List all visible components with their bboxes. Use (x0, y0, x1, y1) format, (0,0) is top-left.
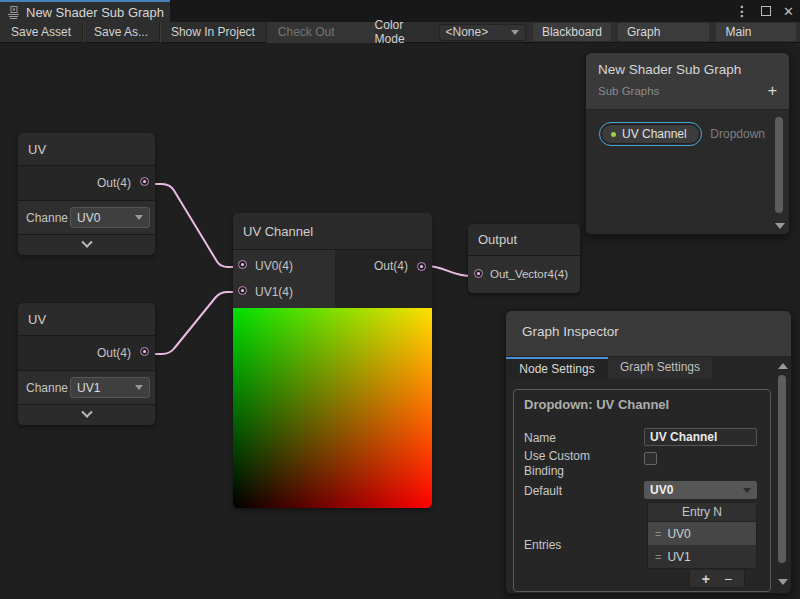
scroll-down-icon[interactable] (775, 223, 785, 229)
tab-graph-settings[interactable]: Graph Settings (608, 357, 712, 379)
default-dropdown[interactable]: UV0 (644, 481, 757, 499)
port-label: UV1(4) (255, 285, 293, 299)
close-icon[interactable]: ✕ (783, 5, 794, 18)
input-port-uv1[interactable] (238, 286, 247, 295)
output-port[interactable] (140, 347, 149, 356)
port-label: Out(4) (97, 336, 131, 371)
check-out-button: Check Out (267, 22, 375, 43)
input-port-row: Out_Vector4(4) (468, 256, 580, 293)
node-uv-top[interactable]: UV Out(4) Channe UV0 (18, 133, 155, 255)
dropdown-settings-section: Dropdown: UV Channel Name Use Custom Bin… (513, 389, 771, 592)
channel-dropdown[interactable]: UV0 (70, 207, 150, 228)
collapse-preview-button[interactable] (18, 235, 155, 255)
node-preview-uv-gradient (233, 308, 432, 508)
input-port[interactable] (474, 269, 483, 278)
blackboard-toggle-button[interactable]: Blackboard (533, 23, 611, 41)
default-value: UV0 (650, 483, 673, 497)
graph-canvas[interactable]: UV Out(4) Channe UV0 UV Out(4) Channe UV… (0, 43, 800, 599)
channel-value: UV0 (77, 211, 100, 225)
color-mode-dropdown[interactable]: <None> (439, 24, 526, 41)
property-pill-uv-channel[interactable]: UV Channel (601, 124, 700, 144)
color-mode-label: Color Mode (375, 18, 432, 46)
blackboard-subtitle: Sub Graphs (598, 85, 659, 97)
scrollbar-thumb[interactable] (778, 375, 786, 563)
save-as-button[interactable]: Save As... (83, 22, 159, 43)
tab-node-settings[interactable]: Node Settings (506, 357, 608, 379)
inspector-tabs: Node Settings Graph Settings (506, 357, 791, 379)
entry-row-uv1[interactable]: = UV1 (648, 545, 756, 568)
tab-title: New Shader Sub Graph (26, 5, 164, 20)
scroll-up-icon[interactable] (778, 363, 788, 369)
entry-row-uv0[interactable]: = UV0 (648, 522, 756, 545)
output-port[interactable] (140, 177, 149, 186)
blackboard-item-row: UV Channel Dropdown (599, 122, 765, 146)
input-port-row: UV0(4) (233, 253, 335, 279)
chevron-down-icon (81, 407, 92, 418)
output-ports-column: Out(4) (335, 250, 432, 308)
blackboard-title: New Shader Sub Graph (598, 62, 777, 77)
blackboard-scrollbar[interactable] (774, 115, 785, 231)
exposed-dot-icon (611, 132, 616, 137)
node-title: UV (18, 133, 155, 166)
color-mode-value: <None> (446, 25, 489, 39)
node-output[interactable]: Output Out_Vector4(4) (468, 224, 580, 293)
scroll-down-icon[interactable] (778, 579, 788, 585)
maximize-icon[interactable] (761, 6, 771, 16)
tab-new-shader-sub-graph[interactable]: New Shader Sub Graph (0, 0, 170, 22)
channel-row: Channe UV1 (18, 371, 155, 405)
scrollbar-thumb[interactable] (775, 117, 783, 213)
property-name: UV Channel (622, 127, 687, 141)
inspector-header: Graph Inspector (506, 311, 791, 357)
entry-value: UV1 (667, 550, 690, 564)
edge-uvtop-to-uv0[interactable] (149, 184, 236, 267)
collapse-preview-button[interactable] (18, 405, 155, 425)
show-in-project-button[interactable]: Show In Project (160, 22, 266, 43)
edge-uvchannel-to-output[interactable] (426, 266, 472, 276)
input-port-row: UV1(4) (233, 279, 335, 305)
name-label: Name (524, 431, 556, 445)
blackboard-panel[interactable]: New Shader Sub Graph Sub Graphs + UV Cha… (585, 52, 790, 235)
input-port-uv0[interactable] (238, 260, 247, 269)
chevron-down-icon (743, 488, 751, 493)
default-label: Default (524, 484, 562, 498)
entries-list: Entry N = UV0 = UV1 (647, 502, 757, 569)
blackboard-header: New Shader Sub Graph Sub Graphs + (586, 53, 789, 110)
drag-handle-icon[interactable]: = (655, 551, 660, 563)
port-label: Out_Vector4(4) (490, 256, 568, 293)
property-type-label: Dropdown (710, 127, 765, 141)
edge-uvbottom-to-uv1[interactable] (149, 292, 236, 354)
node-title: Output (468, 224, 580, 256)
main-preview-toggle-button[interactable]: Main Preview (716, 23, 796, 41)
name-input[interactable] (644, 428, 757, 446)
remove-entry-button[interactable]: − (724, 572, 732, 586)
shader-graph-toolbar: Save Asset Save As... Show In Project Ch… (0, 22, 800, 43)
channel-label: Channe (26, 211, 68, 225)
subgraph-asset-icon (7, 6, 20, 19)
graph-inspector-toggle-button[interactable]: Graph Inspector (618, 23, 709, 41)
use-custom-binding-checkbox[interactable] (644, 452, 657, 465)
node-uv-bottom[interactable]: UV Out(4) Channe UV1 (18, 303, 155, 425)
toolbar-right-group: Color Mode <None> Blackboard Graph Inspe… (375, 18, 800, 46)
inspector-scrollbar[interactable] (777, 361, 788, 589)
port-label: Out(4) (374, 253, 408, 279)
ports-area: UV0(4) UV1(4) Out(4) (233, 250, 432, 308)
save-asset-button[interactable]: Save Asset (0, 22, 82, 43)
add-property-button[interactable]: + (768, 83, 777, 99)
drag-handle-icon[interactable]: = (655, 528, 660, 540)
entries-list-footer: + − (689, 570, 745, 588)
chevron-down-icon (511, 30, 519, 35)
output-port-row: Out(4) (18, 166, 155, 201)
add-entry-button[interactable]: + (702, 572, 710, 586)
chevron-down-icon (135, 385, 143, 390)
node-title: UV (18, 303, 155, 336)
chevron-down-icon (81, 237, 92, 248)
channel-value: UV1 (77, 381, 100, 395)
selected-property-outline: UV Channel (599, 122, 702, 146)
port-label: Out(4) (97, 166, 131, 201)
window-menu-icon[interactable]: ⋮ (735, 4, 749, 18)
graph-inspector-panel[interactable]: Graph Inspector Node Settings Graph Sett… (505, 310, 792, 594)
channel-dropdown[interactable]: UV1 (70, 377, 150, 398)
node-uv-channel[interactable]: UV Channel UV0(4) UV1(4) Out(4) (233, 213, 432, 508)
inspector-title: Graph Inspector (522, 324, 791, 339)
output-port[interactable] (417, 262, 426, 271)
